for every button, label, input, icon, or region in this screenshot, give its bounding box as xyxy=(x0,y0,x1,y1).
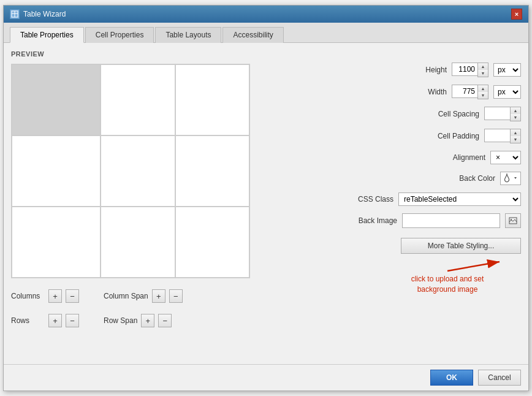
tab-table-properties[interactable]: Table Properties xyxy=(10,27,84,43)
dialog-content: PREVIEW Columns + − xyxy=(4,43,528,364)
height-unit-select[interactable]: px % em xyxy=(493,63,521,77)
cell-padding-spinner: ▲ ▼ xyxy=(510,129,521,143)
table-wizard-dialog: Table Wizard × Table Properties Cell Pro… xyxy=(3,5,529,391)
close-button[interactable]: × xyxy=(511,9,522,20)
rows-control: Rows + − xyxy=(11,314,79,327)
back-color-button[interactable] xyxy=(500,172,521,185)
table-cell xyxy=(12,64,101,135)
title-bar-left: Table Wizard xyxy=(10,9,66,19)
cell-spacing-label: Cell Spacing xyxy=(424,110,479,118)
css-class-select[interactable]: reTableSelected tableBasic tableStriped xyxy=(398,192,521,206)
row-span-label: Row Span xyxy=(104,316,137,325)
right-panel: Height ▲ ▼ px % em Width xyxy=(278,50,521,357)
height-label: Height xyxy=(392,66,447,74)
row-span-control: Row Span + − xyxy=(104,314,172,327)
table-cell xyxy=(12,207,101,278)
dialog-footer: OK Cancel xyxy=(4,364,528,390)
column-span-add-button[interactable]: + xyxy=(152,289,165,303)
back-image-label: Back Image xyxy=(342,216,397,225)
cell-padding-down-button[interactable]: ▼ xyxy=(511,136,520,143)
title-text: Table Wizard xyxy=(23,10,66,18)
alignment-label: Alignment xyxy=(430,153,485,162)
column-span-remove-button[interactable]: − xyxy=(169,289,183,303)
cell-padding-row: Cell Padding ▲ ▼ xyxy=(278,129,521,143)
table-cell xyxy=(175,64,250,135)
cell-padding-input[interactable] xyxy=(484,129,510,142)
cell-padding-input-group: ▲ ▼ xyxy=(484,129,521,143)
tab-table-layouts[interactable]: Table Layouts xyxy=(155,27,221,43)
columns-label: Columns xyxy=(11,292,45,300)
table-cell xyxy=(175,135,250,207)
row-span-add-button[interactable]: + xyxy=(141,314,154,327)
alignment-select[interactable]: × left center right xyxy=(490,151,521,164)
cancel-button[interactable]: Cancel xyxy=(478,370,521,386)
height-input-group: ▲ ▼ xyxy=(452,63,488,77)
preview-label: PREVIEW xyxy=(11,50,265,58)
svg-marker-4 xyxy=(514,177,517,179)
cell-spacing-input[interactable] xyxy=(484,107,510,120)
cell-spacing-up-button[interactable]: ▲ xyxy=(511,107,520,114)
width-row: Width ▲ ▼ px % em xyxy=(278,85,521,99)
more-table-styling-button[interactable]: More Table Styling... xyxy=(401,238,521,254)
column-span-control: Column Span + − xyxy=(104,289,183,303)
tab-bar: Table Properties Cell Properties Table L… xyxy=(4,23,528,43)
rows-add-button[interactable]: + xyxy=(48,314,62,327)
height-down-button[interactable]: ▼ xyxy=(478,70,488,77)
back-image-input[interactable] xyxy=(402,213,500,228)
width-input-group: ▲ ▼ xyxy=(452,85,488,99)
row-span-remove-button[interactable]: − xyxy=(158,314,172,327)
image-icon xyxy=(509,217,517,224)
height-up-button[interactable]: ▲ xyxy=(478,63,488,70)
dropdown-arrow-icon xyxy=(512,175,519,182)
annotation-text: click to upload and set background image xyxy=(386,274,509,295)
table-icon xyxy=(10,9,20,19)
svg-point-6 xyxy=(511,219,512,220)
ok-button[interactable]: OK xyxy=(430,370,473,386)
width-label: Width xyxy=(392,88,447,96)
rows-remove-button[interactable]: − xyxy=(66,314,79,327)
column-span-label: Column Span xyxy=(104,292,148,300)
svg-line-7 xyxy=(447,262,500,271)
back-color-label: Back Color xyxy=(440,174,495,183)
height-spinner: ▲ ▼ xyxy=(477,63,488,77)
table-cell xyxy=(101,207,175,278)
cell-spacing-input-group: ▲ ▼ xyxy=(484,107,521,121)
table-cell xyxy=(12,135,101,207)
back-color-row: Back Color xyxy=(278,172,521,185)
tab-accessibility[interactable]: Accessibility xyxy=(222,27,283,43)
title-bar: Table Wizard × xyxy=(4,6,528,23)
left-panel: PREVIEW Columns + − xyxy=(11,50,265,357)
cell-padding-up-button[interactable]: ▲ xyxy=(511,129,520,136)
columns-control: Columns + − xyxy=(11,289,79,303)
width-unit-select[interactable]: px % em xyxy=(493,85,521,99)
height-row: Height ▲ ▼ px % em xyxy=(278,63,521,77)
browse-image-button[interactable] xyxy=(505,213,521,228)
width-input[interactable] xyxy=(452,85,477,98)
cell-spacing-row: Cell Spacing ▲ ▼ xyxy=(278,107,521,121)
width-down-button[interactable]: ▼ xyxy=(478,92,488,99)
columns-remove-button[interactable]: − xyxy=(66,289,79,303)
controls-row-1: Columns + − Column Span + − xyxy=(11,289,265,303)
cell-spacing-down-button[interactable]: ▼ xyxy=(511,114,520,121)
table-cell xyxy=(101,135,175,207)
preview-table xyxy=(11,64,250,278)
alignment-row: Alignment × left center right xyxy=(278,151,521,164)
css-class-row: CSS Class reTableSelected tableBasic tab… xyxy=(278,192,521,206)
rows-label: Rows xyxy=(11,316,45,325)
table-cell xyxy=(175,207,250,278)
css-class-label: CSS Class xyxy=(338,195,393,204)
cell-spacing-spinner: ▲ ▼ xyxy=(510,107,521,121)
color-drop-icon xyxy=(503,173,511,183)
table-cell xyxy=(101,64,175,135)
back-image-row: Back Image xyxy=(278,213,521,228)
height-input[interactable] xyxy=(452,63,477,76)
columns-add-button[interactable]: + xyxy=(48,289,62,303)
tab-cell-properties[interactable]: Cell Properties xyxy=(85,27,154,43)
width-up-button[interactable]: ▲ xyxy=(478,85,488,92)
cell-padding-label: Cell Padding xyxy=(424,132,479,140)
controls-row-2: Rows + − Row Span + − xyxy=(11,314,265,327)
width-spinner: ▲ ▼ xyxy=(477,85,488,99)
